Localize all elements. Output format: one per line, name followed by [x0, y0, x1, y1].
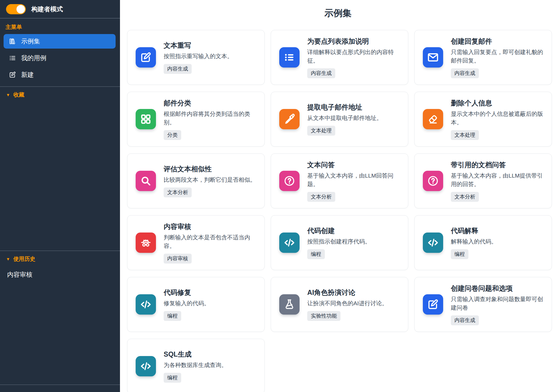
- search-icon: [136, 171, 156, 191]
- card-description: 显示文本中的个人信息被遮蔽后的版本。: [451, 110, 543, 127]
- card-title: 内容审核: [164, 222, 191, 231]
- example-card[interactable]: AI角色扮演讨论 让扮演不同角色的AI进行讨论。 实验性功能: [271, 277, 408, 332]
- edit-icon: [136, 47, 156, 68]
- sidebar-item-use-cases[interactable]: 我的用例: [4, 51, 116, 65]
- example-card[interactable]: 代码创建 按照指示创建程序代码。 编程: [271, 215, 408, 270]
- question-icon: [279, 171, 300, 191]
- card-body: 带引用的文档问答 基于输入文本内容，由LLM提供带引用的回答。 文本分析: [451, 160, 543, 202]
- sidebar-item-examples[interactable]: 示例集: [4, 34, 116, 49]
- card-description: 只需输入回复要点，即可创建礼貌的邮件回复。: [451, 48, 543, 65]
- example-card[interactable]: 内容审核 判断输入的文本是否包含不适当内容。 内容审核: [127, 215, 265, 270]
- card-body: 文本重写 按照指示重写输入的文本。 内容生成: [164, 41, 233, 74]
- example-card[interactable]: 邮件分类 根据邮件内容将其分类到适当的类别。 分类: [127, 92, 265, 147]
- example-card[interactable]: 带引用的文档问答 基于输入文本内容，由LLM提供带引用的回答。 文本分析: [414, 153, 552, 208]
- card-title: 评估文本相似性: [164, 164, 212, 173]
- card-title: 删除个人信息: [451, 99, 492, 108]
- chevron-down-icon: ▼: [6, 257, 10, 261]
- main-menu-heading: 主菜单: [5, 23, 114, 31]
- code-icon: [423, 233, 443, 253]
- sidebar-bottom: [0, 385, 120, 392]
- history-item[interactable]: 内容审核: [0, 267, 120, 282]
- card-description: 比较两段文本，判断它们是否相似。: [164, 175, 256, 184]
- example-card[interactable]: 创建问卷问题和选项 只需输入调查对象和问题数量即可创建问卷 内容生成: [414, 277, 552, 332]
- chevron-down-icon: ▼: [6, 93, 10, 97]
- card-description: 详细解释以要点形式列出的内容特征。: [307, 48, 400, 65]
- example-card[interactable]: 代码解释 解释输入的代码。 编程: [414, 215, 552, 270]
- code-icon: [279, 233, 300, 253]
- card-body: 文本问答 基于输入文本内容，由LLM回答问题。 文本分析: [307, 160, 400, 202]
- card-tag: 内容生成: [307, 68, 335, 78]
- card-description: 只需输入调查对象和问题数量即可创建问卷: [451, 295, 543, 312]
- card-description: 根据邮件内容将其分类到适当的类别。: [164, 110, 256, 127]
- card-body: 提取电子邮件地址 从文本中提取电子邮件地址。 文本处理: [307, 103, 382, 136]
- card-description: 按照指示创建程序代码。: [307, 237, 371, 246]
- card-description: 从文本中提取电子邮件地址。: [307, 114, 382, 122]
- card-tag: 文本处理: [451, 130, 479, 140]
- card-body: 创建回复邮件 只需输入回复要点，即可创建礼貌的邮件回复。 内容生成: [451, 37, 543, 78]
- example-card[interactable]: SQL生成 为各种数据库生成查询。 编程: [127, 339, 265, 392]
- code-icon: [136, 356, 156, 376]
- card-body: 代码修复 修复输入的代码。 编程: [164, 288, 210, 321]
- card-tag: 实验性功能: [307, 311, 340, 321]
- example-card[interactable]: 代码修复 修复输入的代码。 编程: [127, 277, 265, 332]
- eyedropper-icon: [279, 109, 300, 129]
- sidebar-item-new[interactable]: 新建: [4, 68, 116, 82]
- card-tag: 编程: [451, 249, 468, 259]
- card-tag: 分类: [164, 130, 181, 140]
- example-card[interactable]: 文本重写 按照指示重写输入的文本。 内容生成: [127, 30, 265, 85]
- grid-icon: [136, 109, 156, 129]
- card-tag: 内容生成: [451, 68, 479, 78]
- card-description: 按照指示重写输入的文本。: [164, 52, 233, 61]
- builder-mode-toggle[interactable]: [6, 4, 26, 14]
- use-cases-icon: [9, 54, 16, 62]
- history-label: 使用历史: [13, 255, 35, 263]
- card-description: 解释输入的代码。: [451, 237, 497, 246]
- eraser-icon: [423, 109, 443, 129]
- card-body: AI角色扮演讨论 让扮演不同角色的AI进行讨论。 实验性功能: [307, 288, 388, 321]
- moderation-icon: [136, 233, 156, 253]
- example-card[interactable]: 文本问答 基于输入文本内容，由LLM回答问题。 文本分析: [271, 153, 408, 208]
- code-icon: [136, 294, 156, 315]
- card-title: 创建回复邮件: [451, 37, 492, 46]
- card-body: SQL生成 为各种数据库生成查询。 编程: [164, 350, 227, 383]
- example-card[interactable]: 评估文本相似性 比较两段文本，判断它们是否相似。 文本分析: [127, 153, 265, 208]
- toggle-knob: [16, 5, 25, 13]
- example-card[interactable]: 删除个人信息 显示文本中的个人信息被遮蔽后的版本。 文本处理: [414, 92, 552, 147]
- card-description: 判断输入的文本是否包含不适当内容。: [164, 233, 256, 250]
- history-section-header[interactable]: ▼ 使用历史: [0, 251, 120, 267]
- builder-mode-label: 构建者模式: [31, 5, 63, 13]
- card-body: 创建问卷问题和选项 只需输入调查对象和问题数量即可创建问卷 内容生成: [451, 284, 543, 325]
- menu-item-label: 示例集: [21, 37, 40, 46]
- example-card[interactable]: 为要点列表添加说明 详细解释以要点形式列出的内容特征。 内容生成: [271, 30, 408, 85]
- card-title: 邮件分类: [164, 99, 191, 108]
- card-title: 创建问卷问题和选项: [451, 284, 513, 293]
- card-title: 代码解释: [451, 226, 478, 235]
- example-card-grid: 文本重写 按照指示重写输入的文本。 内容生成 为要点列表添加说明 详细解释以要点…: [127, 30, 552, 392]
- question-icon: [423, 171, 443, 191]
- menu-item-label: 新建: [21, 71, 34, 79]
- card-description: 让扮演不同角色的AI进行讨论。: [307, 299, 388, 308]
- card-description: 修复输入的代码。: [164, 299, 210, 308]
- card-title: SQL生成: [164, 350, 191, 359]
- card-tag: 文本分析: [164, 187, 192, 197]
- card-tag: 文本分析: [451, 192, 479, 202]
- card-body: 代码创建 按照指示创建程序代码。 编程: [307, 226, 371, 259]
- card-description: 基于输入文本内容，由LLM回答问题。: [307, 171, 400, 189]
- example-card[interactable]: 提取电子邮件地址 从文本中提取电子邮件地址。 文本处理: [271, 92, 408, 147]
- card-tag: 文本处理: [307, 126, 335, 136]
- card-body: 删除个人信息 显示文本中的个人信息被遮蔽后的版本。 文本处理: [451, 99, 543, 140]
- menu-item-label: 我的用例: [21, 54, 46, 62]
- card-title: 带引用的文档问答: [451, 160, 506, 169]
- history-list: 内容审核: [0, 267, 120, 282]
- favorites-section-header[interactable]: ▼ 收藏: [0, 87, 120, 103]
- main-menu: 示例集 我的用例 新建: [0, 34, 120, 82]
- card-body: 内容审核 判断输入的文本是否包含不适当内容。 内容审核: [164, 222, 256, 264]
- new-icon: [9, 71, 16, 79]
- card-tag: 内容审核: [164, 254, 192, 264]
- example-card[interactable]: 创建回复邮件 只需输入回复要点，即可创建礼貌的邮件回复。 内容生成: [414, 30, 552, 85]
- card-title: 提取电子邮件地址: [307, 103, 362, 112]
- card-tag: 编程: [307, 249, 325, 259]
- card-description: 基于输入文本内容，由LLM提供带引用的回答。: [451, 171, 543, 189]
- card-body: 评估文本相似性 比较两段文本，判断它们是否相似。 文本分析: [164, 164, 256, 197]
- card-body: 为要点列表添加说明 详细解释以要点形式列出的内容特征。 内容生成: [307, 37, 400, 78]
